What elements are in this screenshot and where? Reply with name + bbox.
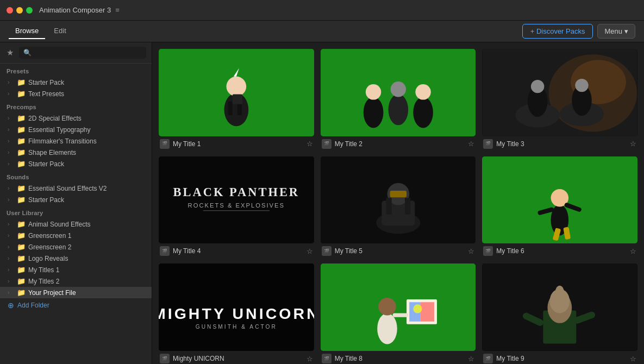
add-folder-row[interactable]: ⊕ Add Folder	[0, 298, 152, 312]
minimize-button[interactable]	[16, 7, 23, 14]
thumb-inner	[321, 49, 476, 136]
sidebar-search-row: ★ 🔍	[0, 42, 152, 64]
grid-item-title-5[interactable]: 🎬 My Title 5 ☆	[321, 156, 476, 258]
nav-tabs: Browse Edit + Discover Packs Menu ▾	[0, 21, 644, 42]
item-footer: 🎬 Mighty UNICORN ☆	[159, 351, 314, 364]
thumbnail-title-1	[159, 49, 314, 136]
item-footer-left: 🎬 My Title 1	[160, 139, 201, 149]
sidebar-item-animal-sound[interactable]: › 📁 Animal Sound Effects	[0, 218, 152, 230]
folder-icon: 📁	[17, 160, 26, 168]
sidebar-item-greenscreen-1[interactable]: › 📁 Greenscreen 1	[0, 230, 152, 241]
sidebar-item-essential-sound[interactable]: › 📁 Essential Sound Effects V2	[0, 183, 152, 194]
tab-edit[interactable]: Edit	[47, 23, 72, 39]
sidebar-item-2d-special[interactable]: › 📁 2D Special Effects	[0, 112, 152, 124]
folder-icon: 📁	[17, 196, 26, 204]
grid-item-title-3[interactable]: 🎬 My Title 3 ☆	[482, 49, 637, 150]
sidebar-item-filmmakers[interactable]: › 📁 Filmmaker's Transitions	[0, 135, 152, 147]
item-star-icon[interactable]: ☆	[307, 247, 313, 255]
folder-purple-icon: 📁	[17, 288, 26, 297]
sidebar-item-greenscreen-2[interactable]: › 📁 Greenscreen 2	[0, 241, 152, 253]
grid-item-title-8[interactable]: 🎬 My Title 8 ☆	[321, 263, 476, 364]
sidebar-item-starter-pack-3[interactable]: › 📁 Starter Pack	[0, 194, 152, 205]
chevron-right-icon: ›	[8, 221, 14, 227]
thumbnail-title-2	[321, 49, 476, 136]
item-type-icon: 🎬	[160, 354, 170, 363]
item-name: My Title 5	[335, 247, 362, 255]
folder-purple-icon: 📁	[17, 277, 26, 285]
thumb-inner	[482, 263, 637, 351]
sidebar-item-essential-typography[interactable]: › 📁 Essential Typography	[0, 124, 152, 135]
item-name: My Title 2	[335, 140, 362, 148]
item-footer-left: 🎬 My Title 9	[483, 354, 524, 363]
sidebar-item-label: Essential Sound Effects V2	[28, 185, 107, 192]
svg-rect-23	[159, 156, 314, 244]
grid-item-mighty-unicorn[interactable]: MIGHTY UNICORN GUNSMITH & ACTOR 🎬 Mighty…	[159, 263, 314, 364]
chevron-right-icon: ›	[8, 244, 14, 250]
main-layout: ★ 🔍 Presets › 📁 Starter Pack › 📁 Text Pr…	[0, 42, 644, 364]
maximize-button[interactable]	[26, 7, 33, 14]
svg-text:MIGHTY UNICORN: MIGHTY UNICORN	[159, 305, 314, 322]
grid-item-title-2[interactable]: 🎬 My Title 2 ☆	[321, 49, 476, 150]
chevron-right-icon: ›	[8, 290, 14, 296]
grid-item-title-6[interactable]: 🎬 My Title 6 ☆	[482, 156, 637, 258]
sidebar-item-text-presets[interactable]: › 📁 Text Presets	[0, 88, 152, 99]
section-precomps: Precomps	[0, 99, 152, 112]
item-star-icon[interactable]: ☆	[307, 140, 313, 148]
sidebar-item-label: Filmmaker's Transitions	[28, 137, 97, 145]
close-button[interactable]	[7, 7, 13, 14]
sidebar: ★ 🔍 Presets › 📁 Starter Pack › 📁 Text Pr…	[0, 42, 152, 364]
sidebar-item-label: Shape Elements	[28, 149, 76, 156]
item-name: My Title 8	[335, 355, 362, 362]
grid-item-title-4[interactable]: BLACK PANTHER ROCKETS & EXPLOSIVES 🎬 My …	[159, 156, 314, 258]
item-footer-left: 🎬 My Title 2	[322, 139, 362, 149]
sidebar-item-starter-pack-1[interactable]: › 📁 Starter Pack	[0, 77, 152, 88]
sidebar-item-starter-pack-2[interactable]: › 📁 Starter Pack	[0, 158, 152, 170]
search-input[interactable]	[35, 49, 142, 57]
sidebar-item-my-titles-2[interactable]: › 📁 My Titles 2	[0, 275, 152, 287]
hamburger-icon[interactable]: ≡	[115, 6, 120, 14]
discover-packs-button[interactable]: + Discover Packs	[522, 24, 593, 39]
item-footer-left: 🎬 My Title 5	[322, 246, 362, 256]
sidebar-item-my-titles-1[interactable]: › 📁 My Titles 1	[0, 264, 152, 275]
folder-purple-icon: 📁	[17, 266, 26, 274]
grid-item-title-9[interactable]: 🎬 My Title 9 ☆	[482, 263, 637, 364]
item-star-icon[interactable]: ☆	[468, 355, 474, 363]
item-type-icon: 🎬	[483, 139, 493, 149]
item-footer: 🎬 My Title 8 ☆	[321, 351, 476, 364]
item-footer-left: 🎬 My Title 3	[483, 139, 524, 149]
item-star-icon[interactable]: ☆	[630, 247, 636, 255]
item-star-icon[interactable]: ☆	[307, 355, 313, 363]
sidebar-item-label: Animal Sound Effects	[28, 221, 91, 228]
item-name: My Title 4	[173, 247, 201, 255]
svg-rect-49	[420, 303, 434, 322]
grid-item-title-1[interactable]: 🎬 My Title 1 ☆	[159, 49, 314, 150]
item-footer: 🎬 My Title 4 ☆	[159, 243, 314, 257]
traffic-lights	[7, 7, 33, 14]
add-folder-label: Add Folder	[17, 302, 49, 309]
sidebar-item-shape-elements[interactable]: › 📁 Shape Elements	[0, 147, 152, 158]
sidebar-item-label: Your Project File	[28, 289, 76, 297]
menu-button[interactable]: Menu ▾	[597, 24, 635, 39]
favorites-star-icon[interactable]: ★	[5, 47, 15, 59]
item-star-icon[interactable]: ☆	[630, 355, 636, 363]
item-star-icon[interactable]: ☆	[468, 247, 474, 255]
svg-point-19	[531, 80, 544, 93]
sidebar-tree: Presets › 📁 Starter Pack › 📁 Text Preset…	[0, 64, 152, 364]
add-folder-icon: ⊕	[8, 301, 14, 310]
item-type-icon: 🎬	[160, 246, 170, 256]
item-star-icon[interactable]: ☆	[630, 140, 636, 148]
chevron-right-icon: ›	[8, 233, 14, 239]
sidebar-item-logo-reveals[interactable]: › 📁 Logo Reveals	[0, 253, 152, 264]
item-type-icon: 🎬	[483, 354, 493, 363]
thumbnail-title-9	[482, 263, 637, 351]
media-grid: 🎬 My Title 1 ☆	[159, 49, 637, 364]
item-star-icon[interactable]: ☆	[468, 140, 474, 148]
chevron-right-icon: ›	[8, 79, 14, 85]
item-footer: 🎬 My Title 6 ☆	[482, 243, 637, 257]
chevron-right-icon: ›	[8, 127, 14, 133]
tab-browse[interactable]: Browse	[9, 23, 45, 39]
sidebar-item-label: Text Presets	[28, 90, 64, 98]
item-footer: 🎬 My Title 5 ☆	[321, 243, 476, 257]
sidebar-item-label: My Titles 1	[28, 266, 59, 274]
sidebar-item-your-project[interactable]: › 📁 Your Project File	[0, 287, 152, 298]
